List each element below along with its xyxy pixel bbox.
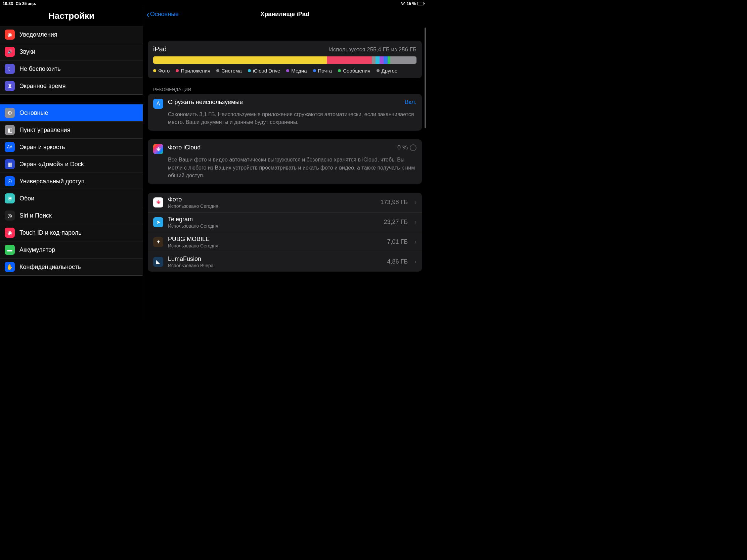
sidebar-item-label: Siri и Поиск <box>20 212 52 219</box>
legend-item: iCloud Drive <box>248 68 280 74</box>
battery-percent: 15 % <box>407 1 416 6</box>
back-button[interactable]: ‹ Основные <box>147 10 179 19</box>
sidebar-item-label: Основные <box>20 109 48 116</box>
sidebar-item-siri[interactable]: ◎Siri и Поиск <box>0 207 143 224</box>
storage-segment <box>384 56 388 64</box>
legend-item: Другое <box>377 68 398 74</box>
status-time: 10:33 <box>3 1 13 6</box>
legend-dot-icon <box>153 69 156 72</box>
storage-segment <box>390 56 416 64</box>
chevron-right-icon: › <box>414 258 416 265</box>
legend-label: Медиа <box>291 68 307 74</box>
legend-dot-icon <box>216 69 219 72</box>
sidebar-item-dnd[interactable]: ☾Не беспокоить <box>0 60 143 78</box>
app-name: Фото <box>168 196 376 203</box>
sidebar-item-battery[interactable]: ▬Аккумулятор <box>0 241 143 259</box>
recommendation-icloud-photo[interactable]: ❀Фото iCloud0 %Все Ваши фото и видео авт… <box>148 139 422 184</box>
app-row[interactable]: ❀ФотоИспользовано Сегодня173,98 ГБ› <box>148 193 422 213</box>
sidebar-item-label: Обои <box>20 195 34 202</box>
screentime-icon: ⧗ <box>5 81 15 91</box>
app-row[interactable]: ✦PUBG MOBILEИспользовано Сегодня7,01 ГБ› <box>148 232 422 252</box>
storage-legend: ФотоПриложенияСистемаiCloud DriveМедиаПо… <box>148 64 422 78</box>
sidebar-item-label: Не беспокоить <box>20 65 61 73</box>
notifications-icon: ◉ <box>5 30 15 39</box>
app-last-used: Использовано Сегодня <box>168 223 379 229</box>
app-size: 4,86 ГБ <box>387 258 408 265</box>
app-icon: ➤ <box>153 217 163 227</box>
sounds-icon: 🔊 <box>5 47 15 57</box>
privacy-icon: ✋ <box>5 262 15 272</box>
legend-dot-icon <box>338 69 341 72</box>
app-icon: ◣ <box>153 257 163 267</box>
sidebar-item-touchid[interactable]: ◉Touch ID и код-пароль <box>0 224 143 241</box>
sidebar-item-sounds[interactable]: 🔊Звуки <box>0 43 143 60</box>
app-row[interactable]: ➤TelegramИспользовано Сегодня23,27 ГБ› <box>148 213 422 232</box>
scroll-indicator[interactable] <box>424 28 426 128</box>
app-icon: ✦ <box>153 237 163 247</box>
settings-sidebar: Настройки ◉Уведомления🔊Звуки☾Не беспокои… <box>0 7 143 320</box>
sidebar-item-privacy[interactable]: ✋Конфиденциальность <box>0 259 143 275</box>
legend-label: Сообщения <box>343 68 370 74</box>
storage-card: iPad Используется 255,4 ГБ из 256 ГБ Фот… <box>148 41 422 78</box>
legend-item: Сообщения <box>338 68 370 74</box>
app-name: LumaFusion <box>168 256 382 263</box>
app-size: 7,01 ГБ <box>387 238 408 245</box>
legend-item: Фото <box>153 68 170 74</box>
storage-segment <box>388 56 390 64</box>
legend-dot-icon <box>176 69 179 72</box>
chevron-left-icon: ‹ <box>147 10 150 19</box>
legend-dot-icon <box>248 69 251 72</box>
app-name: Telegram <box>168 216 379 223</box>
status-date: Сб 25 апр. <box>16 1 36 6</box>
battery-icon <box>417 2 424 5</box>
recommendation-status: Вкл. <box>405 99 416 106</box>
app-row[interactable]: ◣LumaFusionИспользовано Вчера4,86 ГБ› <box>148 252 422 272</box>
recommendation-offload[interactable]: AСгружать неиспользуемыеВкл.Сэкономить 3… <box>148 94 422 131</box>
back-label: Основные <box>150 11 179 18</box>
control-center-icon: ◧ <box>5 125 15 135</box>
legend-item: Система <box>216 68 241 74</box>
sidebar-item-label: Экранное время <box>20 83 66 90</box>
sidebar-item-label: Аккумулятор <box>20 246 55 254</box>
sidebar-item-label: Экран и яркость <box>20 144 65 151</box>
main-pane: ‹ Основные Хранилище iPad iPad Используе… <box>143 7 427 320</box>
progress-ring-icon <box>410 144 416 151</box>
sidebar-item-accessibility[interactable]: ☉Универсальный доступ <box>0 173 143 190</box>
sidebar-item-display[interactable]: AAЭкран и яркость <box>0 139 143 156</box>
app-last-used: Использовано Сегодня <box>168 204 376 209</box>
storage-segment <box>380 56 384 64</box>
legend-label: Почта <box>318 68 332 74</box>
sidebar-item-control-center[interactable]: ◧Пункт управления <box>0 122 143 139</box>
sidebar-item-notifications[interactable]: ◉Уведомления <box>0 26 143 43</box>
wifi-icon <box>401 1 405 6</box>
wallpaper-icon: ❀ <box>5 193 15 204</box>
legend-label: iCloud Drive <box>253 68 280 74</box>
home-icon: ▦ <box>5 159 15 169</box>
app-last-used: Использовано Сегодня <box>168 243 382 248</box>
legend-item: Медиа <box>286 68 307 74</box>
page-title: Хранилище iPad <box>260 11 309 18</box>
battery-icon: ▬ <box>5 245 15 255</box>
sidebar-item-label: Звуки <box>20 48 35 55</box>
legend-item: Почта <box>313 68 332 74</box>
icloud-photo-icon: ❀ <box>153 144 163 154</box>
sidebar-item-general[interactable]: ⚙Основные <box>0 104 143 122</box>
chevron-right-icon: › <box>414 199 416 206</box>
sidebar-item-label: Конфиденциальность <box>20 264 81 271</box>
storage-segment <box>327 56 371 64</box>
device-name: iPad <box>153 45 166 53</box>
siri-icon: ◎ <box>5 211 15 220</box>
storage-bar <box>153 56 416 64</box>
storage-segment <box>376 56 380 64</box>
sidebar-title: Настройки <box>0 7 143 26</box>
sidebar-item-wallpaper[interactable]: ❀Обои <box>0 190 143 207</box>
storage-segment <box>153 56 327 64</box>
sidebar-item-screentime[interactable]: ⧗Экранное время <box>0 78 143 94</box>
sidebar-item-label: Экран «Домой» и Dock <box>20 161 84 168</box>
sidebar-item-home[interactable]: ▦Экран «Домой» и Dock <box>0 156 143 173</box>
offload-icon: A <box>153 99 163 109</box>
legend-label: Система <box>221 68 241 74</box>
recommendations-header: РЕКОМЕНДАЦИИ <box>153 87 416 92</box>
storage-segment <box>372 56 376 64</box>
app-icon: ❀ <box>153 197 163 208</box>
